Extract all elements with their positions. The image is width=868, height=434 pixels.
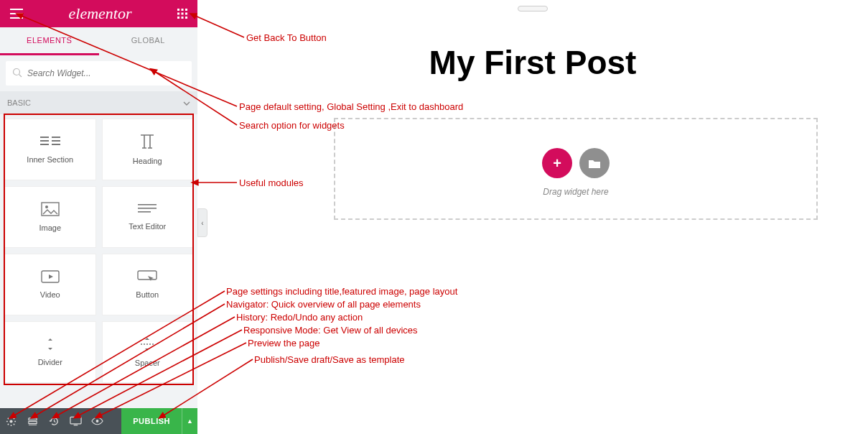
preview-icon[interactable] bbox=[86, 408, 108, 434]
chevron-down-icon bbox=[183, 98, 190, 107]
tab-elements[interactable]: ELEMENTS bbox=[0, 27, 99, 55]
svg-rect-5 bbox=[185, 13, 187, 15]
svg-rect-19 bbox=[138, 204, 157, 206]
template-library-button[interactable] bbox=[579, 148, 610, 178]
svg-rect-8 bbox=[185, 17, 187, 19]
svg-line-10 bbox=[19, 75, 22, 78]
widgets-grid-icon[interactable] bbox=[177, 9, 187, 19]
divider-icon bbox=[42, 338, 58, 352]
widget-label: Spacer bbox=[135, 359, 160, 367]
svg-point-24 bbox=[9, 420, 12, 423]
navigator-icon[interactable] bbox=[22, 408, 43, 434]
page-settings-icon[interactable] bbox=[0, 408, 22, 434]
svg-rect-21 bbox=[138, 211, 151, 213]
sidebar-footer: PUBLISH ▲ bbox=[0, 408, 197, 434]
image-icon bbox=[41, 202, 60, 218]
svg-rect-12 bbox=[40, 140, 49, 142]
sidebar: elementor ELEMENTS GLOBAL BASIC bbox=[0, 0, 197, 434]
video-icon bbox=[41, 270, 60, 285]
search-icon bbox=[12, 68, 22, 80]
svg-rect-13 bbox=[40, 144, 49, 145]
svg-rect-4 bbox=[182, 13, 184, 15]
widget-spacer[interactable]: Spacer bbox=[102, 321, 194, 383]
button-icon bbox=[137, 270, 157, 285]
menu-icon[interactable] bbox=[10, 9, 23, 19]
widget-label: Image bbox=[39, 223, 61, 232]
svg-rect-14 bbox=[52, 137, 60, 138]
publish-button[interactable]: PUBLISH bbox=[121, 408, 182, 434]
svg-rect-16 bbox=[52, 144, 60, 145]
svg-rect-1 bbox=[182, 9, 184, 11]
widget-inner-section[interactable]: Inner Section bbox=[4, 119, 96, 180]
dropzone[interactable]: + Drag widget here bbox=[334, 118, 818, 220]
svg-rect-2 bbox=[185, 9, 187, 11]
widgets-grid: Inner Section Heading Image Text Editor … bbox=[0, 114, 197, 387]
svg-rect-3 bbox=[177, 13, 179, 15]
search-input[interactable] bbox=[6, 61, 192, 86]
text-editor-icon bbox=[138, 203, 157, 216]
section-drag-handle[interactable] bbox=[518, 6, 548, 11]
page-title: My First Post bbox=[197, 43, 868, 82]
svg-point-18 bbox=[45, 206, 48, 208]
svg-rect-20 bbox=[138, 208, 157, 209]
section-basic-head[interactable]: BASIC bbox=[0, 91, 197, 114]
collapse-sidebar-button[interactable]: ‹ bbox=[197, 208, 207, 237]
publish-more-button[interactable]: ▲ bbox=[182, 408, 197, 434]
widget-label: Inner Section bbox=[27, 155, 73, 164]
svg-rect-7 bbox=[182, 17, 184, 19]
svg-rect-15 bbox=[52, 140, 60, 142]
app-logo: elementor bbox=[69, 4, 132, 23]
svg-rect-23 bbox=[138, 271, 157, 280]
sidebar-header: elementor bbox=[0, 0, 197, 27]
inner-section-icon bbox=[40, 135, 60, 149]
widget-label: Video bbox=[40, 290, 60, 299]
svg-point-26 bbox=[95, 420, 98, 423]
svg-point-9 bbox=[14, 69, 20, 75]
widget-label: Button bbox=[136, 290, 159, 299]
widget-text-editor[interactable]: Text Editor bbox=[102, 186, 194, 248]
section-basic-label: BASIC bbox=[7, 98, 31, 107]
heading-icon bbox=[138, 134, 157, 151]
widget-divider[interactable]: Divider bbox=[4, 321, 96, 383]
sidebar-tabs: ELEMENTS GLOBAL bbox=[0, 27, 197, 55]
search-container bbox=[0, 55, 197, 91]
svg-rect-25 bbox=[70, 417, 80, 423]
widget-heading[interactable]: Heading bbox=[102, 119, 194, 180]
svg-rect-6 bbox=[177, 17, 179, 19]
add-section-button[interactable]: + bbox=[542, 148, 572, 178]
widget-label: Divider bbox=[38, 358, 62, 366]
widget-video[interactable]: Video bbox=[4, 254, 96, 315]
history-icon[interactable] bbox=[43, 408, 65, 434]
svg-rect-0 bbox=[177, 9, 179, 11]
widget-label: Text Editor bbox=[129, 222, 166, 231]
tab-global[interactable]: GLOBAL bbox=[99, 27, 198, 55]
responsive-icon[interactable] bbox=[65, 408, 86, 434]
widget-label: Heading bbox=[133, 157, 162, 165]
svg-rect-11 bbox=[40, 137, 49, 138]
spacer-icon bbox=[139, 337, 155, 353]
canvas: My First Post + Drag widget here bbox=[197, 0, 868, 434]
widget-image[interactable]: Image bbox=[4, 186, 96, 248]
dropzone-text: Drag widget here bbox=[543, 187, 608, 197]
widget-button[interactable]: Button bbox=[102, 254, 194, 315]
